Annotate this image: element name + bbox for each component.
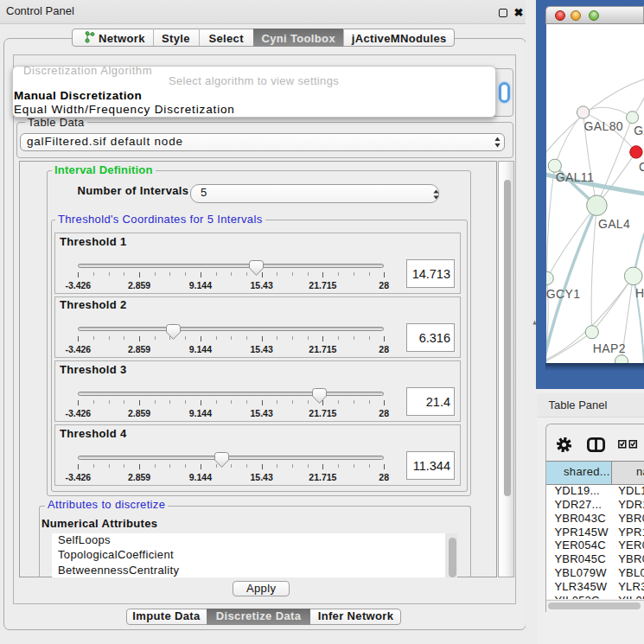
- svg-text:GAL11: GAL11: [556, 170, 594, 184]
- svg-text:GCY1: GCY1: [546, 287, 580, 301]
- svg-text:GAL1: GAL1: [634, 124, 644, 137]
- svg-text:GAL80: GAL80: [584, 119, 623, 133]
- svg-text:CYC8: CYC8: [639, 160, 644, 174]
- svg-text:HAP4: HAP4: [635, 286, 644, 300]
- svg-text:GAL4: GAL4: [598, 217, 630, 231]
- svg-text:HAP2: HAP2: [593, 341, 626, 355]
